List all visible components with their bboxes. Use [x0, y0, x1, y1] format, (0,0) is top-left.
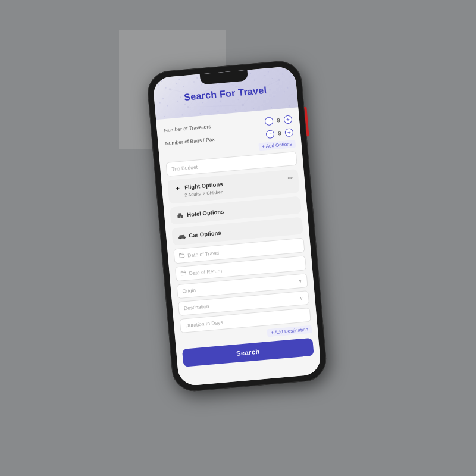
- travellers-value: 8: [275, 117, 282, 124]
- travellers-decrease-button[interactable]: −: [265, 117, 274, 126]
- svg-line-13: [188, 102, 243, 110]
- car-options-left: Car Options: [178, 228, 221, 240]
- flight-adults: 2 Adults: [184, 191, 201, 198]
- bags-increase-button[interactable]: +: [284, 128, 293, 137]
- travellers-increase-button[interactable]: +: [283, 115, 292, 124]
- svg-line-25: [181, 272, 186, 273]
- phone-shell: Search For Travel Number of Travellers −…: [146, 60, 328, 393]
- plane-icon: ✈: [174, 184, 182, 192]
- car-icon: [178, 232, 186, 240]
- svg-line-21: [180, 254, 184, 255]
- bags-label: Number of Bags / Pax: [165, 136, 215, 146]
- car-options-title: Car Options: [189, 229, 221, 239]
- bags-controls: − 8 +: [265, 128, 293, 139]
- duration-placeholder: Duration In Days: [185, 320, 223, 328]
- car-options-header: Car Options: [178, 222, 297, 240]
- bags-value: 8: [277, 130, 283, 137]
- flight-edit-icon[interactable]: ✏: [287, 175, 293, 182]
- phone-screen: Search For Travel Number of Travellers −…: [152, 66, 321, 387]
- add-destination-button[interactable]: + Add Destination: [267, 325, 312, 337]
- origin-chevron-icon: ∨: [298, 278, 302, 283]
- svg-rect-24: [181, 271, 186, 275]
- phone-device: Search For Travel Number of Travellers −…: [146, 60, 328, 393]
- hotel-options-left: Hotel Options: [176, 208, 224, 220]
- calendar-return-icon: [180, 270, 186, 277]
- svg-rect-15: [178, 213, 181, 215]
- flight-children: 2 Children: [203, 189, 224, 196]
- calendar-travel-icon: [179, 252, 185, 259]
- travellers-controls: − 8 +: [265, 115, 293, 126]
- date-travel-placeholder: Date of Travel: [187, 249, 220, 258]
- destination-placeholder: Destination: [184, 303, 209, 312]
- trip-budget-placeholder: Trip Budget: [171, 164, 198, 172]
- add-options-button[interactable]: + Add Options: [258, 140, 296, 151]
- hotel-options-header: Hotel Options: [176, 201, 295, 219]
- content-area[interactable]: Number of Travellers − 8 + Number of Bag…: [156, 107, 321, 386]
- svg-rect-16: [180, 216, 181, 218]
- bags-decrease-button[interactable]: −: [265, 130, 274, 139]
- travellers-label: Number of Travellers: [164, 123, 211, 133]
- svg-rect-20: [179, 253, 184, 258]
- hotel-icon: [176, 211, 184, 220]
- hotel-options-title: Hotel Options: [187, 208, 224, 218]
- destination-chevron-icon: ∨: [300, 295, 304, 300]
- date-return-placeholder: Date of Return: [189, 267, 222, 276]
- origin-placeholder: Origin: [182, 287, 196, 295]
